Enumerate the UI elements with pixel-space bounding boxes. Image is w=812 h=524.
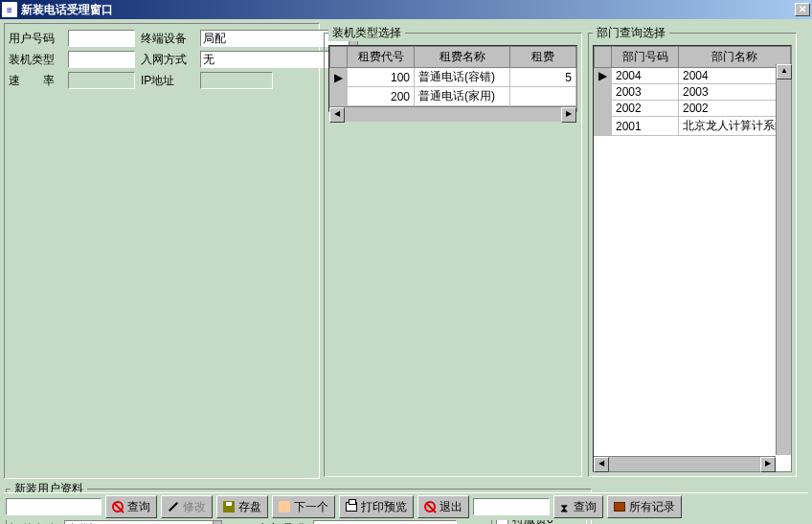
dept-table[interactable]: 部门号码部门名称 ▶20042004 20032003 20022002 200… (594, 46, 791, 136)
next-button[interactable]: 下一个 (272, 495, 335, 518)
query-button[interactable]: 查询 (105, 495, 157, 518)
net-mode-label: 入网方式 (141, 52, 194, 68)
dept-no-label: 部门号码 (259, 521, 311, 525)
table-row[interactable]: ▶20042004 (595, 68, 791, 84)
table-row[interactable]: 2001北京龙人计算计系统 (595, 117, 791, 136)
speed-label: 速 率 (9, 73, 62, 89)
mach-type-table[interactable]: 租费代号 租费名称 租费 ▶100普通电话(容错)5 200普通电话(家用) (329, 46, 576, 106)
user-no-label: 用户号码 (9, 31, 62, 47)
hourglass-icon (560, 501, 570, 513)
modify-button[interactable]: 修改 (161, 495, 213, 518)
dropdown-icon[interactable]: ▼ (213, 520, 222, 524)
speed-input (68, 72, 135, 89)
table-row[interactable]: ▶100普通电话(容错)5 (330, 68, 576, 87)
thumb-icon (279, 501, 290, 513)
cert-name-label: 证件名称 (11, 521, 62, 525)
target-icon (112, 501, 124, 513)
scroll-left-icon[interactable]: ◀ (594, 457, 609, 472)
scrollbar-vertical[interactable]: ▲ (776, 64, 791, 455)
basic-info: 用户号码 终端设备 ▼ 装机类型 入网方式 ▼ 速 率 IP地址 (4, 23, 320, 479)
table-row[interactable]: 20022002 (595, 101, 791, 117)
scroll-right-icon[interactable]: ▶ (561, 107, 576, 123)
ip-label: IP地址 (141, 73, 194, 89)
close-button[interactable]: ✕ (795, 3, 810, 16)
scroll-up-icon[interactable]: ▲ (777, 64, 792, 80)
disk-icon (223, 501, 235, 513)
mach-type-group: 装机类型选择 租费代号 租费名称 租费 ▶100普通电话(容错)5 200普通电… (324, 25, 582, 477)
toolbar: 查询 修改 存盘 下一个 打印预览 退出 查询 所有记录 (4, 492, 808, 520)
exit-button[interactable]: 退出 (417, 495, 469, 518)
dept-no-input[interactable] (313, 520, 457, 524)
app-icon: ≡ (2, 2, 17, 17)
col-dept-code[interactable]: 部门号码 (612, 47, 679, 68)
mach-type-label: 装机类型 (9, 52, 62, 68)
dept-legend: 部门查询选择 (593, 25, 669, 41)
title-bar: ≡ 新装电话受理窗口 ✕ (0, 0, 812, 19)
dept-group: 部门查询选择 部门号码部门名称 ▶20042004 20032003 20022… (588, 25, 797, 477)
cert-name-select[interactable] (64, 520, 213, 524)
preview-button[interactable]: 打印预览 (339, 495, 414, 518)
col-fee-code[interactable]: 租费代号 (348, 47, 415, 68)
query2-button[interactable]: 查询 (553, 495, 603, 518)
scroll-right-icon[interactable]: ▶ (760, 457, 776, 472)
printer-icon (346, 502, 357, 512)
pencil-icon (169, 502, 178, 512)
col-dept-name[interactable]: 部门名称 (679, 47, 791, 68)
col-fee[interactable]: 租费 (510, 47, 576, 68)
scroll-left-icon[interactable]: ◀ (329, 107, 345, 123)
table-row[interactable]: 200普通电话(家用) (330, 87, 576, 106)
table-row[interactable]: 20032003 (595, 84, 791, 101)
col-fee-name[interactable]: 租费名称 (415, 47, 510, 68)
user-no-input[interactable] (68, 30, 135, 47)
terminal-label: 终端设备 (141, 31, 194, 47)
save-button[interactable]: 存盘 (216, 495, 268, 518)
window-title: 新装电话受理窗口 (21, 2, 795, 18)
all-records-button[interactable]: 所有记录 (607, 495, 682, 518)
mach-type-input[interactable] (68, 51, 135, 68)
book-icon (614, 502, 625, 512)
search-input-2[interactable] (473, 498, 550, 515)
no-entry-icon (424, 501, 436, 513)
search-input-1[interactable] (6, 498, 102, 515)
mach-type-legend: 装机类型选择 (328, 25, 405, 41)
ip-input (200, 72, 273, 89)
